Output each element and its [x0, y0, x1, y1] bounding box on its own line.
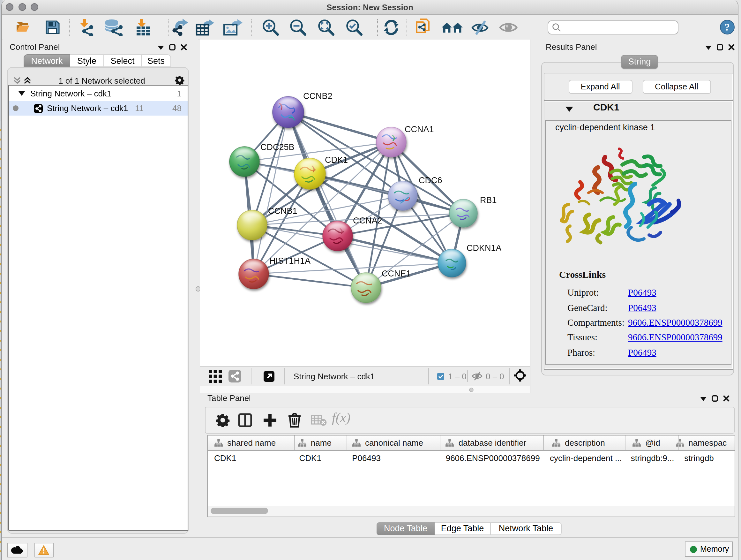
svg-text:CDKN1A: CDKN1A: [467, 243, 502, 253]
svg-text:CCNE1: CCNE1: [382, 269, 411, 278]
svg-text:RB1: RB1: [480, 195, 497, 205]
svg-text:CCNB1: CCNB1: [268, 206, 297, 216]
svg-text:?: ?: [725, 21, 730, 33]
svg-text:CDC6: CDC6: [419, 176, 442, 185]
svg-text:HIST1H1A: HIST1H1A: [269, 256, 311, 266]
svg-text:CCNA2: CCNA2: [353, 216, 382, 226]
svg-text:CCNA1: CCNA1: [405, 125, 434, 134]
svg-text:CDK1: CDK1: [325, 155, 348, 165]
svg-text:CCNB2: CCNB2: [303, 91, 333, 101]
svg-text:CDC25B: CDC25B: [260, 142, 294, 152]
